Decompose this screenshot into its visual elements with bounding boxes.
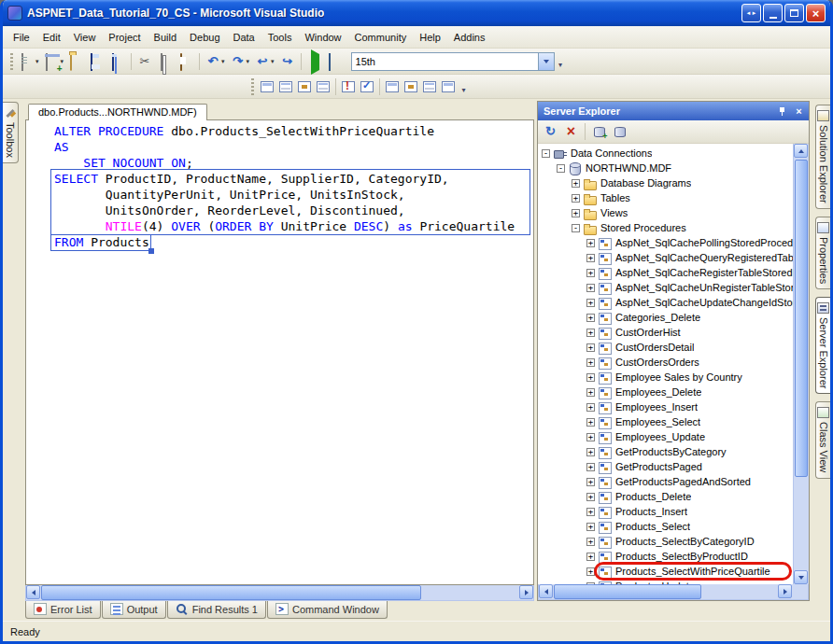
tree-item[interactable]: +Products_SelectByCategoryID bbox=[538, 534, 793, 549]
tree-item[interactable]: +Employee Sales by Country bbox=[538, 370, 793, 385]
bottom-tab-output[interactable]: Output bbox=[102, 601, 166, 619]
tree-item[interactable]: +AspNet_SqlCacheRegisterTableStoredProce… bbox=[538, 265, 793, 280]
build-button[interactable] bbox=[325, 51, 346, 72]
menu-item-help[interactable]: Help bbox=[413, 29, 447, 46]
scroll-down-button[interactable] bbox=[794, 570, 808, 584]
minimize-button[interactable] bbox=[763, 4, 783, 22]
toolbox-tab[interactable]: Toolbox bbox=[3, 102, 19, 163]
expand-plus-icon[interactable]: + bbox=[586, 343, 595, 352]
copy-button[interactable] bbox=[155, 51, 176, 72]
expand-minus-icon[interactable]: - bbox=[572, 224, 580, 232]
tree-item[interactable]: -NORTHWND.MDF bbox=[538, 161, 793, 175]
tree-item[interactable]: +Products_SelectWithPriceQuartile bbox=[538, 564, 793, 579]
tree-item[interactable]: +Employees_Delete bbox=[538, 385, 793, 399]
tree-item[interactable]: +Employees_Select bbox=[538, 414, 793, 429]
open-file-button[interactable] bbox=[66, 51, 87, 72]
tree-item[interactable]: +CustOrdersDetail bbox=[538, 340, 793, 355]
add-group-by-button[interactable] bbox=[421, 78, 438, 95]
expand-plus-icon[interactable]: + bbox=[572, 194, 580, 203]
add-table-button[interactable] bbox=[402, 78, 419, 95]
expand-plus-icon[interactable]: + bbox=[586, 373, 595, 382]
tree-item[interactable]: +AspNet_SqlCachePollingStoredProcedure bbox=[538, 235, 793, 250]
menu-item-addins[interactable]: Addins bbox=[447, 29, 492, 46]
menu-item-build[interactable]: Build bbox=[148, 29, 183, 46]
dock-arrows-button[interactable]: ◄► bbox=[741, 4, 761, 22]
tree-item[interactable]: +Products_Insert bbox=[538, 504, 793, 519]
menu-item-tools[interactable]: Tools bbox=[261, 29, 299, 46]
redo-button[interactable]: ↷▾ bbox=[228, 51, 253, 72]
scroll-left-button[interactable] bbox=[539, 584, 553, 598]
scroll-right-button[interactable] bbox=[778, 584, 792, 598]
selection-handle[interactable] bbox=[148, 248, 154, 254]
expand-plus-icon[interactable]: + bbox=[586, 388, 595, 397]
tree-item[interactable]: +Employees_Insert bbox=[538, 399, 793, 414]
editor-horizontal-scrollbar[interactable] bbox=[25, 585, 534, 601]
tree-item[interactable]: -Stored Procedures bbox=[538, 220, 793, 235]
show-results-pane-button[interactable] bbox=[315, 78, 332, 95]
close-panel-button[interactable]: × bbox=[792, 105, 806, 118]
tree-item[interactable]: +Products_Select bbox=[538, 519, 793, 534]
menu-item-edit[interactable]: Edit bbox=[36, 29, 67, 46]
scroll-left-button[interactable] bbox=[26, 585, 40, 599]
code-area[interactable]: ALTER PROCEDURE dbo.Products_SelectWithP… bbox=[54, 123, 533, 250]
undo-button[interactable]: ↶▾ bbox=[203, 51, 228, 72]
add-new-item-button[interactable]: ▾ bbox=[42, 51, 67, 72]
auto-hide-pin-button[interactable] bbox=[775, 105, 789, 118]
expand-plus-icon[interactable]: + bbox=[572, 179, 580, 188]
tree-item[interactable]: -Data Connections bbox=[538, 146, 793, 161]
expand-plus-icon[interactable]: + bbox=[586, 239, 595, 247]
verify-sql-button[interactable] bbox=[359, 78, 375, 95]
right-tab-class-view[interactable]: Class View bbox=[815, 401, 830, 478]
document-tab[interactable]: dbo.Products...NORTHWND.MDF) bbox=[28, 104, 207, 120]
show-diagram-pane-button[interactable] bbox=[259, 78, 275, 95]
expand-minus-icon[interactable]: - bbox=[542, 149, 550, 158]
execute-sql-button[interactable] bbox=[340, 78, 357, 95]
expand-plus-icon[interactable]: + bbox=[586, 284, 595, 292]
server-explorer-titlebar[interactable]: Server Explorer × bbox=[538, 102, 809, 120]
save-button[interactable] bbox=[87, 51, 107, 72]
save-all-button[interactable] bbox=[107, 51, 128, 72]
toolbar-combo[interactable]: 15th bbox=[351, 52, 555, 71]
right-tab-properties[interactable]: Properties bbox=[815, 217, 830, 289]
expand-plus-icon[interactable]: + bbox=[586, 358, 595, 367]
tree-item[interactable]: +AspNet_SqlCacheQueryRegisteredTablesSto… bbox=[538, 250, 793, 265]
start-debug-button[interactable] bbox=[304, 51, 325, 72]
expand-plus-icon[interactable]: + bbox=[586, 523, 595, 531]
paste-button[interactable] bbox=[176, 51, 196, 72]
connect-to-server-button[interactable] bbox=[610, 122, 629, 141]
navigate-forward-button[interactable]: ↪ bbox=[277, 51, 298, 72]
change-type-button[interactable] bbox=[384, 78, 401, 95]
close-button[interactable]: × bbox=[806, 4, 826, 22]
tree-item[interactable]: +CustOrderHist bbox=[538, 325, 793, 340]
scroll-thumb[interactable] bbox=[41, 585, 421, 600]
toolbar-overflow-button[interactable]: ▾ bbox=[555, 52, 567, 71]
tree-item[interactable]: +AspNet_SqlCacheUnRegisterTableStoredPro… bbox=[538, 280, 793, 295]
navigate-backward-button[interactable]: ↩▾ bbox=[252, 51, 277, 72]
expand-plus-icon[interactable]: + bbox=[586, 567, 595, 576]
tree-item[interactable]: +CustOrdersOrders bbox=[538, 355, 793, 370]
toolbar-grip[interactable] bbox=[10, 53, 13, 70]
expand-minus-icon[interactable]: - bbox=[557, 164, 565, 173]
tree-item[interactable]: +GetProductsPaged bbox=[538, 459, 793, 474]
scroll-thumb[interactable] bbox=[795, 160, 808, 477]
scroll-right-button[interactable] bbox=[519, 585, 533, 599]
bottom-tab-find-results-1[interactable]: Find Results 1 bbox=[167, 601, 266, 619]
new-project-button[interactable]: ▾ bbox=[17, 51, 42, 72]
tree-horizontal-scrollbar[interactable] bbox=[538, 584, 809, 600]
expand-plus-icon[interactable]: + bbox=[586, 463, 595, 471]
tree-vertical-scrollbar[interactable] bbox=[793, 144, 809, 584]
combo-dropdown-button[interactable] bbox=[538, 53, 554, 70]
tree-item[interactable]: +Products_Delete bbox=[538, 489, 793, 504]
scroll-thumb[interactable] bbox=[554, 584, 701, 599]
menu-item-data[interactable]: Data bbox=[227, 29, 261, 46]
title-bar[interactable]: ASPNET_Data_Tutorial_70_CS - Microsoft V… bbox=[3, 0, 830, 26]
show-criteria-pane-button[interactable] bbox=[277, 78, 294, 95]
expand-plus-icon[interactable]: + bbox=[586, 329, 595, 337]
expand-plus-icon[interactable]: + bbox=[586, 314, 595, 322]
expand-plus-icon[interactable]: + bbox=[586, 448, 595, 456]
add-derived-table-button[interactable] bbox=[440, 78, 457, 95]
tree-item[interactable]: +AspNet_SqlCacheUpdateChangeIdStoredProc… bbox=[538, 295, 793, 310]
tree-item[interactable]: +GetProductsByCategory bbox=[538, 444, 793, 459]
expand-plus-icon[interactable]: + bbox=[586, 299, 595, 307]
expand-plus-icon[interactable]: + bbox=[586, 403, 595, 412]
